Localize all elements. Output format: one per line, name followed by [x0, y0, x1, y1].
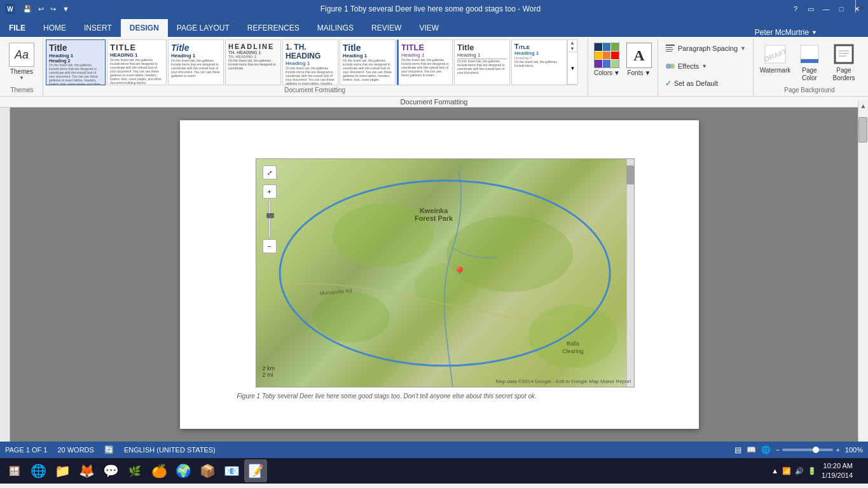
taskbar-app5[interactable]: 📦 — [196, 459, 219, 482]
gallery-item-7[interactable]: TITLE Heading 1 On the Insert tab, the g… — [397, 39, 453, 85]
track-changes-icon[interactable]: 🔄 — [104, 445, 114, 454]
view-read-icon[interactable]: 📖 — [747, 445, 756, 454]
tab-page-layout[interactable]: PAGE LAYOUT — [168, 19, 238, 37]
tab-review[interactable]: REVIEW — [362, 19, 410, 37]
gallery-item-6[interactable]: Title Heading 1 On the Insert tab, the g… — [340, 39, 396, 85]
scroll-up-arrow[interactable]: ▲ — [858, 101, 869, 111]
paragraph-spacing-button[interactable]: Paragraph Spacing ▼ — [662, 41, 749, 56]
gi-heading1: TH. HEADING 1 — [228, 50, 278, 55]
taskbar-app4[interactable]: 🌍 — [172, 459, 195, 482]
map-scroll-thumb[interactable] — [626, 165, 634, 185]
swatch-3 — [611, 43, 619, 51]
tab-mailings[interactable]: MAILINGS — [308, 19, 362, 37]
view-normal-icon[interactable]: ▤ — [734, 445, 741, 454]
gallery-item-default[interactable]: Title Heading 1 Heading 2 On the Insert … — [46, 39, 106, 85]
map-zoom-full[interactable]: ⤢ — [263, 165, 277, 179]
taskbar-app2[interactable]: 🌿 — [123, 459, 146, 482]
gallery-more-button[interactable]: ▼ — [568, 52, 578, 85]
network-icon[interactable]: 📶 — [782, 467, 791, 475]
taskbar-outlook[interactable]: 📧 — [220, 459, 243, 482]
clock[interactable]: 10:20 AM 1/19/2014 — [822, 461, 853, 481]
ribbon-footer: Document Formatting ▲ — [0, 96, 868, 107]
para-effects-content: Paragraph Spacing ▼ Effects ▼ ✓ Set as D… — [662, 41, 749, 94]
map-pin: 📍 — [453, 266, 467, 280]
map-zoom-thumb[interactable] — [266, 213, 274, 218]
save-button[interactable]: 💾 — [20, 4, 34, 15]
taskbar-ie[interactable]: 🌐 — [27, 459, 50, 482]
redo-button[interactable]: ↪ — [48, 4, 59, 15]
volume-icon[interactable]: 🔊 — [795, 467, 804, 475]
page-color-button[interactable]: Page Color — [793, 39, 826, 85]
swatch-9 — [611, 60, 619, 67]
customize-quick-access-button[interactable]: ▼ — [60, 4, 72, 15]
scroll-thumb[interactable] — [858, 117, 867, 143]
scroll-track[interactable] — [858, 111, 869, 438]
zoom-plus-button[interactable]: + — [836, 446, 839, 454]
tab-file[interactable]: FILE — [0, 19, 34, 37]
taskbar-app3[interactable]: 🍊 — [148, 459, 170, 482]
gallery-scroll-up[interactable]: ▲ — [568, 40, 577, 46]
taskbar-start-button[interactable]: 🪟 — [3, 459, 25, 482]
view-web-icon[interactable]: 🌐 — [761, 445, 771, 454]
gallery-item-3[interactable]: Title Heading 1 On the Insert tab, the g… — [168, 39, 224, 85]
taskbar-firefox[interactable]: 🦊 — [75, 459, 98, 482]
left-ruler — [0, 108, 10, 442]
tab-design[interactable]: DESIGN — [121, 19, 168, 37]
gallery-scroll-down[interactable]: ▼ — [568, 46, 577, 52]
tab-references[interactable]: REFERENCES — [238, 19, 308, 37]
map-zoom-in[interactable]: + — [263, 185, 277, 199]
undo-button[interactable]: ↩ — [36, 4, 46, 15]
user-name: Peter McMurtrie — [755, 28, 809, 37]
ribbon-collapse-button[interactable]: ▲ — [855, 0, 868, 13]
themes-button[interactable]: Aa Themes ▼ — [5, 39, 38, 84]
zoom-track[interactable] — [782, 449, 833, 451]
gallery-item-4[interactable]: HEADLINE TH. HEADING 1 TH. HEADING 2 On … — [225, 39, 281, 85]
zoom-minus-button[interactable]: − — [776, 446, 780, 454]
zoom-level[interactable]: 100% — [845, 446, 863, 454]
ribbon-display-options-button[interactable]: ▭ — [804, 3, 817, 15]
watermark-button[interactable]: DRAFT Watermark — [759, 39, 792, 78]
swatch-7 — [595, 60, 602, 67]
minimize-button[interactable]: — — [820, 3, 832, 15]
document-main[interactable]: Kweinka Forest Park Balla Clearing Murra… — [10, 108, 868, 442]
help-button[interactable]: ? — [789, 3, 802, 15]
map-zoom-out[interactable]: − — [263, 239, 277, 253]
effects-dropdown: ▼ — [701, 63, 707, 69]
document-page: Kweinka Forest Park Balla Clearing Murra… — [180, 120, 699, 429]
gi-text: On the Insert tab, the galleries include… — [110, 58, 163, 85]
taskbar-app1[interactable]: 💬 — [99, 459, 122, 482]
gallery-item-9[interactable]: Title Heading 1 Heading 2 On the Insert … — [511, 39, 567, 85]
user-account[interactable]: Peter McMurtrie ▼ — [755, 28, 868, 37]
taskbar-word[interactable]: 📝 — [244, 459, 267, 482]
zoom-thumb[interactable] — [813, 447, 819, 453]
fonts-button[interactable]: A Fonts ▼ — [624, 41, 654, 78]
tab-view[interactable]: VIEW — [410, 19, 448, 37]
battery-icon[interactable]: 🔋 — [808, 467, 816, 475]
gi-heading1: Heading 1 — [401, 52, 450, 58]
tab-home[interactable]: HOME — [34, 19, 75, 37]
maximize-button[interactable]: □ — [835, 3, 848, 15]
colors-swatch — [594, 43, 619, 68]
taskbar-explorer[interactable]: 📁 — [51, 459, 74, 482]
statusbar-right: ▤ 📖 🌐 − + 100% — [734, 445, 863, 454]
gallery-container: Title Heading 1 Heading 2 On the Insert … — [46, 39, 577, 85]
gallery-item-8[interactable]: Title Heading 1 On the Insert tab, the g… — [454, 39, 510, 85]
tab-insert[interactable]: INSERT — [75, 19, 121, 37]
ribbon: FILE HOME INSERT DESIGN PAGE LAYOUT REFE… — [0, 18, 868, 108]
gi-text: On the Insert tab, the galleries include… — [457, 59, 507, 74]
gallery-item-5[interactable]: 1. TH. HEADING Heading 1 On the Insert t… — [282, 39, 338, 85]
document-title: Figure 1 Toby several Deer live here som… — [72, 4, 789, 13]
swatch-2 — [603, 43, 610, 51]
gi-title: Title — [49, 43, 102, 53]
page-borders-button[interactable]: Page Borders — [827, 39, 860, 85]
show-hidden-icons[interactable]: ▲ — [771, 467, 778, 475]
gallery-item-2[interactable]: TITLE HEADING 1 On the Insert tab, the g… — [107, 39, 167, 85]
statusbar: PAGE 1 OF 1 20 WORDS 🔄 ENGLISH (UNITED S… — [0, 442, 868, 458]
colors-button[interactable]: Colors ▼ — [592, 41, 622, 78]
date: 1/19/2014 — [822, 471, 853, 480]
set-as-default-button[interactable]: ✓ Set as Default — [662, 76, 721, 90]
figure-caption: Figure 1 Toby several Deer live here som… — [237, 393, 653, 400]
vertical-scrollbar: ▲ ▼ — [858, 101, 868, 449]
effects-button[interactable]: Effects ▼ — [662, 59, 710, 74]
language[interactable]: ENGLISH (UNITED STATES) — [124, 446, 216, 454]
